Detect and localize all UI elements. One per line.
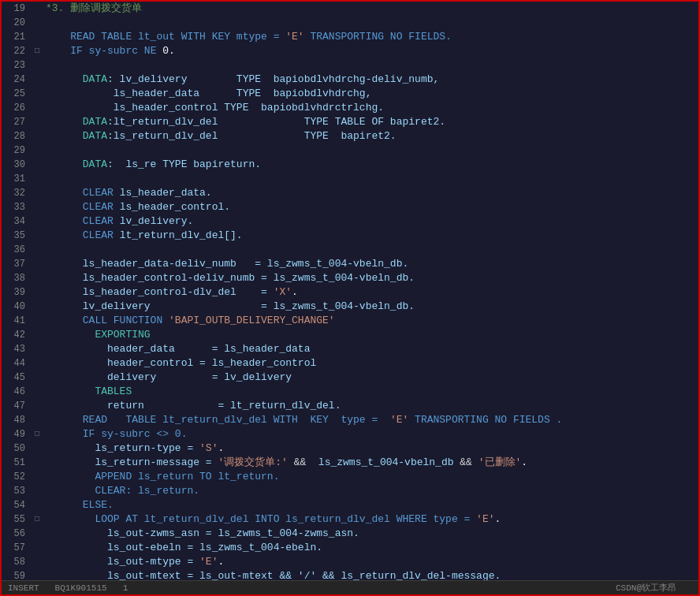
code-line: 59 ls_out-mtext = ls_out-mtext && '/' &&… [2,569,698,580]
line-number: 30 [2,158,32,172]
line-number: 43 [2,342,32,356]
code-content: CALL FUNCTION 'BAPI_OUTB_DELIVERY_CHANGE… [43,314,698,328]
line-number: 37 [2,257,32,271]
line-number: 42 [2,328,32,342]
code-content: DATA:lt_return_dlv_del TYPE TABLE OF bap… [43,115,698,129]
code-content: ls_out-zwms_asn = ls_zwms_t_004-zwms_asn… [43,527,698,541]
code-line: 34 CLEAR lv_delivery. [2,214,698,229]
code-content: ls_header_control-deliv_numb = ls_zwms_t… [43,271,698,285]
line-number: 33 [2,200,32,214]
code-content: ls_out-mtype = 'E'. [43,555,698,569]
code-line: 57 ls_out-ebeln = ls_zwms_t_004-ebeln. [2,541,698,555]
code-content: ls_header_data-deliv_numb = ls_zwms_t_00… [43,257,698,271]
line-number: 45 [2,371,32,385]
code-line: 45 delivery = lv_delivery [2,371,698,385]
line-number: 57 [2,541,32,555]
code-line: 21 READ TABLE lt_out WITH KEY mtype = 'E… [2,30,698,44]
status-author: CSDN@软工李昂 [616,582,676,594]
code-content: CLEAR ls_header_control. [43,200,698,214]
code-content: lv_delivery = ls_zwms_t_004-vbeln_db. [43,300,698,314]
code-line: 32 CLEAR ls_header_data. [2,186,698,200]
code-line: 28 DATA:ls_return_dlv_del TYPE bapiret2. [2,129,698,143]
line-number: 52 [2,470,32,484]
code-content: TABLES [43,385,698,399]
code-content: header_control = ls_header_control [43,356,698,371]
code-line: 19*3. 删除调拨交货单 [2,2,698,16]
code-content: APPEND ls_return TO lt_return. [43,470,698,484]
code-content: CLEAR: ls_return. [43,484,698,498]
code-line: 38 ls_header_control-deliv_numb = ls_zwm… [2,271,698,285]
code-content: ls_header_control-dlv_del = 'X'. [43,285,698,300]
code-line: 49□ IF sy-subrc <> 0. [2,427,698,441]
code-line: 35 CLEAR lt_return_dlv_del[]. [2,229,698,243]
line-number: 48 [2,413,32,427]
code-content: ls_return-message = '调拨交货单:' && ls_zwms_… [43,456,698,470]
line-number: 51 [2,456,32,470]
code-content: LOOP AT lt_return_dlv_del INTO ls_return… [43,512,698,527]
status-bar: INSERT BQ1K901515 1 CSDN@软工李昂 [2,580,698,594]
fold-indicator[interactable]: □ [32,512,43,527]
code-content: DATA: ls_re TYPE bapireturn. [43,158,698,172]
line-number: 23 [2,58,32,73]
code-line: 48 READ TABLE lt_return_dlv_del WITH KEY… [2,413,698,427]
line-number: 55 [2,512,32,527]
code-line: 54 ELSE. [2,498,698,512]
code-line: 39 ls_header_control-dlv_del = 'X'. [2,285,698,300]
line-number: 22 [2,44,32,58]
line-number: 28 [2,129,32,143]
line-number: 59 [2,569,32,580]
code-line: 44 header_control = ls_header_control [2,356,698,371]
code-line: 47 return = lt_return_dlv_del. [2,399,698,413]
code-content: delivery = lv_delivery [43,371,698,385]
code-line: 53 CLEAR: ls_return. [2,484,698,498]
line-number: 53 [2,484,32,498]
code-content: ls_out-mtext = ls_out-mtext && '/' && ls… [43,569,698,580]
line-number: 41 [2,314,32,328]
line-number: 32 [2,186,32,200]
code-line: 27 DATA:lt_return_dlv_del TYPE TABLE OF … [2,115,698,129]
line-number: 27 [2,115,32,129]
line-number: 54 [2,498,32,512]
line-number: 19 [2,2,32,16]
code-content: ls_header_control TYPE bapiobdlvhdrctrlc… [43,101,698,115]
code-line: 41 CALL FUNCTION 'BAPI_OUTB_DELIVERY_CHA… [2,314,698,328]
code-line: 46 TABLES [2,385,698,399]
code-content: ELSE. [43,498,698,512]
line-number: 40 [2,300,32,314]
code-content: READ TABLE lt_out WITH KEY mtype = 'E' T… [43,30,698,44]
code-content: DATA:ls_return_dlv_del TYPE bapiret2. [43,129,698,143]
code-content: ls_header_data TYPE bapiobdlvhdrchg, [43,87,698,101]
code-line: 36 [2,243,698,257]
code-content: *3. 删除调拨交货单 [43,2,698,16]
code-line: 55□ LOOP AT lt_return_dlv_del INTO ls_re… [2,512,698,527]
code-content: IF sy-subrc NE 0. [43,44,698,58]
line-number: 47 [2,399,32,413]
line-number: 29 [2,143,32,158]
line-number: 24 [2,73,32,87]
line-number: 35 [2,229,32,243]
code-content: return = lt_return_dlv_del. [43,399,698,413]
code-content: ls_return-type = 'S'. [43,441,698,456]
line-number: 34 [2,214,32,229]
line-number: 21 [2,30,32,44]
code-line: 23 [2,58,698,73]
line-number: 38 [2,271,32,285]
fold-indicator[interactable]: □ [32,427,43,441]
line-number: 56 [2,527,32,541]
code-content: CLEAR lt_return_dlv_del[]. [43,229,698,243]
line-number: 46 [2,385,32,399]
code-line: 51 ls_return-message = '调拨交货单:' && ls_zw… [2,456,698,470]
line-number: 44 [2,356,32,371]
code-line: 26 ls_header_control TYPE bapiobdlvhdrct… [2,101,698,115]
code-line: 24 DATA: lv_delivery TYPE bapiobdlvhdrch… [2,73,698,87]
line-number: 25 [2,87,32,101]
line-number: 39 [2,285,32,300]
fold-indicator[interactable]: □ [32,44,43,58]
editor-container: 19*3. 删除调拨交货单2021 READ TABLE lt_out WITH… [0,0,700,596]
line-number: 49 [2,427,32,441]
code-line: 33 CLEAR ls_header_control. [2,200,698,214]
code-line: 29 [2,143,698,158]
code-content: CLEAR lv_delivery. [43,214,698,229]
code-line: 25 ls_header_data TYPE bapiobdlvhdrchg, [2,87,698,101]
code-line: 43 header_data = ls_header_data [2,342,698,356]
